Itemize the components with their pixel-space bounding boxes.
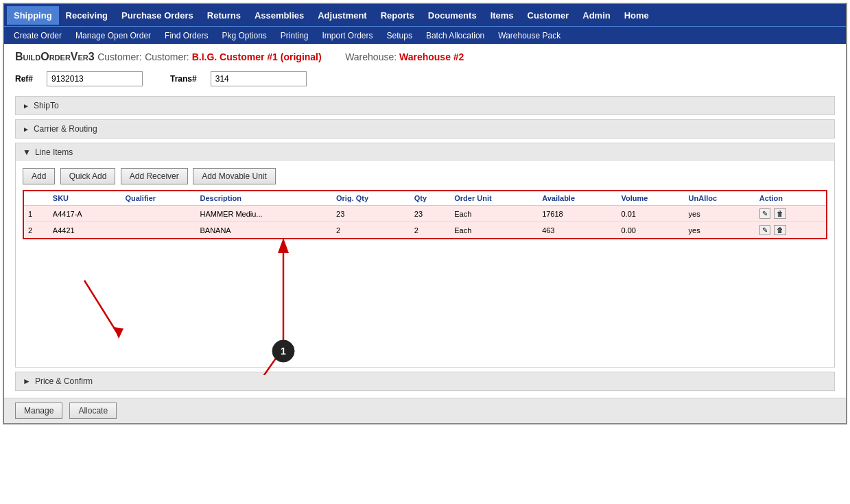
col-description: Description <box>196 191 332 206</box>
nav-documents[interactable]: Documents <box>421 6 484 25</box>
table-body: 1 A4417-A HAMMER Mediu... 23 23 Each 176… <box>23 206 827 239</box>
add-movable-unit-button[interactable]: Add Movable Unit <box>193 168 276 184</box>
manage-button[interactable]: Manage <box>15 403 62 419</box>
nav-adjustment[interactable]: Adjustment <box>311 6 374 25</box>
trans-input[interactable] <box>211 71 307 86</box>
col-order-unit: Order Unit <box>450 191 538 206</box>
col-available: Available <box>538 191 617 206</box>
subnav-batch-allocation[interactable]: Batch Allocation <box>419 28 491 43</box>
table-row: 1 A4417-A HAMMER Mediu... 23 23 Each 176… <box>23 206 827 222</box>
row1-edit-button[interactable]: ✎ <box>759 208 770 219</box>
row1-qty: 23 <box>410 206 450 222</box>
nav-customer[interactable]: Customer <box>521 6 576 25</box>
bottom-bar: Manage Allocate <box>4 398 846 423</box>
col-num <box>23 191 49 206</box>
row1-description: HAMMER Mediu... <box>196 206 332 222</box>
nav-home[interactable]: Home <box>617 6 656 25</box>
row2-volume: 0.00 <box>617 222 685 239</box>
ref-label: Ref# <box>15 74 33 84</box>
subnav-manage-open-order[interactable]: Manage Open Order <box>69 28 158 43</box>
subnav-warehouse-pack[interactable]: Warehouse Pack <box>491 28 567 43</box>
row2-available: 463 <box>538 222 617 239</box>
svg-marker-1 <box>278 238 289 253</box>
line-items-buttons: Add Quick Add Add Receiver Add Movable U… <box>23 168 827 184</box>
ref-input[interactable] <box>47 71 143 86</box>
quick-add-button[interactable]: Quick Add <box>60 168 116 184</box>
row2-unalloc: yes <box>685 222 755 239</box>
table-row: 2 A4421 BANANA 2 2 Each 463 0.00 yes <box>23 222 827 239</box>
warehouse-label: Warehouse: <box>345 51 399 62</box>
row1-action: ✎ 🗑 <box>755 206 827 222</box>
row1-orig-qty: 23 <box>332 206 410 222</box>
allocate-button[interactable]: Allocate <box>69 403 117 419</box>
carrier-routing-section: ► Carrier & Routing <box>15 119 835 139</box>
annotation-arrow: 1 <box>215 224 421 375</box>
shipto-arrow-icon: ► <box>23 102 29 110</box>
row1-order-unit: Each <box>450 206 538 222</box>
customer-label-text: Customer: <box>145 51 191 62</box>
form-row: Ref# Trans# <box>15 71 835 86</box>
subnav-find-orders[interactable]: Find Orders <box>158 28 215 43</box>
table-container: SKU Qualifier Description Orig. Qty Qty … <box>23 190 827 239</box>
subnav-printing[interactable]: Printing <box>274 28 316 43</box>
price-arrow-icon: ► <box>23 376 31 386</box>
row1-num: 1 <box>23 206 49 222</box>
annotation-arrow-bottom <box>29 267 201 356</box>
nav-purchase-orders[interactable]: Purchase Orders <box>115 6 200 25</box>
row2-num: 2 <box>23 222 49 239</box>
trans-label: Trans# <box>170 74 197 84</box>
row2-qty: 2 <box>410 222 450 239</box>
subnav-create-order[interactable]: Create Order <box>7 28 69 43</box>
row1-unalloc: yes <box>685 206 755 222</box>
row1-volume: 0.01 <box>617 206 685 222</box>
row1-sku: A4417-A <box>49 206 121 222</box>
nav-reports[interactable]: Reports <box>374 6 421 25</box>
price-confirm-header[interactable]: ► Price & Confirm <box>16 372 834 390</box>
nav-items[interactable]: Items <box>484 6 521 25</box>
price-confirm-label: Price & Confirm <box>35 376 93 386</box>
row1-delete-button[interactable]: 🗑 <box>774 208 786 219</box>
page-content: BuildOrderVer3 Customer: Customer: B.I.G… <box>4 44 846 398</box>
svg-line-4 <box>84 280 119 335</box>
row2-orig-qty: 2 <box>332 222 410 239</box>
subnav-import-orders[interactable]: Import Orders <box>316 28 380 43</box>
nav-assemblies[interactable]: Assemblies <box>248 6 311 25</box>
table-header: SKU Qualifier Description Orig. Qty Qty … <box>23 191 827 206</box>
shipto-label: ShipTo <box>34 101 59 110</box>
col-sku: SKU <box>49 191 121 206</box>
add-button[interactable]: Add <box>23 168 55 184</box>
col-action: Action <box>755 191 827 206</box>
row1-available: 17618 <box>538 206 617 222</box>
line-items-section: ▼ Line Items Add Quick Add Add Receiver … <box>15 143 835 368</box>
carrier-arrow-icon: ► <box>23 125 29 133</box>
nav-returns[interactable]: Returns <box>200 6 248 25</box>
line-items-table: SKU Qualifier Description Orig. Qty Qty … <box>23 190 827 239</box>
line-items-body: Add Quick Add Add Receiver Add Movable U… <box>16 161 834 367</box>
row2-delete-button[interactable]: 🗑 <box>774 225 786 235</box>
shipto-header[interactable]: ► ShipTo <box>16 97 834 115</box>
sub-navigation: Create Order Manage Open Order Find Orde… <box>4 26 846 44</box>
page-title-label: BuildOrderVer3 <box>15 51 95 62</box>
row2-edit-button[interactable]: ✎ <box>759 225 770 235</box>
row2-sku: A4421 <box>49 222 121 239</box>
line-items-label: Line Items <box>35 147 73 157</box>
line-items-arrow-icon: ▼ <box>23 147 31 157</box>
nav-receiving[interactable]: Receiving <box>59 6 115 25</box>
row2-action: ✎ 🗑 <box>755 222 827 239</box>
row1-qualifier <box>121 206 196 222</box>
col-qty: Qty <box>410 191 450 206</box>
top-navigation: Shipping Receiving Purchase Orders Retur… <box>4 4 846 26</box>
subnav-setups[interactable]: Setups <box>380 28 419 43</box>
col-qualifier: Qualifier <box>121 191 196 206</box>
customer-value: B.I.G. Customer #1 (original) <box>192 51 322 62</box>
svg-point-3 <box>272 340 294 362</box>
subnav-pkg-options[interactable]: Pkg Options <box>215 28 273 43</box>
row2-description: BANANA <box>196 222 332 239</box>
nav-admin[interactable]: Admin <box>576 6 617 25</box>
row2-order-unit: Each <box>450 222 538 239</box>
add-receiver-button[interactable]: Add Receiver <box>121 168 188 184</box>
nav-shipping[interactable]: Shipping <box>7 6 59 25</box>
carrier-routing-header[interactable]: ► Carrier & Routing <box>16 120 834 138</box>
shipto-section: ► ShipTo <box>15 96 835 115</box>
line-items-header[interactable]: ▼ Line Items <box>16 143 834 161</box>
